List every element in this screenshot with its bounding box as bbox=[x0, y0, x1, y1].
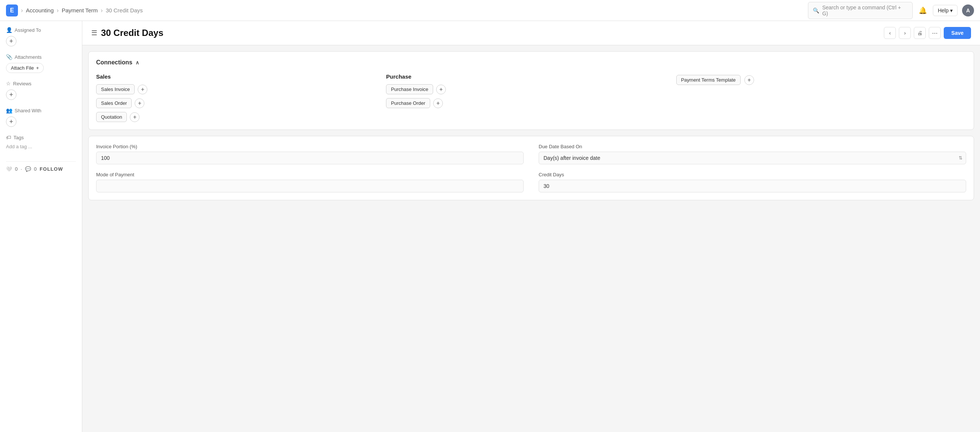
connections-header: Connections ∧ bbox=[96, 59, 966, 66]
follow-button[interactable]: FOLLOW bbox=[40, 166, 63, 172]
invoice-portion-input[interactable] bbox=[96, 151, 523, 164]
sidebar-reviews-section: ☆ Reviews + bbox=[6, 80, 76, 100]
payment-terms-template-tag[interactable]: Payment Terms Template bbox=[676, 75, 741, 85]
sales-invoice-add-button[interactable]: + bbox=[138, 84, 147, 94]
reviews-label-row: ☆ Reviews bbox=[6, 80, 76, 86]
sidebar-attachments-section: 📎 Attachments Attach File + bbox=[6, 54, 76, 73]
credit-days-input[interactable] bbox=[539, 180, 966, 193]
credit-days-group: Credit Days bbox=[539, 172, 966, 193]
attachments-label: Attachments bbox=[14, 54, 41, 60]
due-date-select[interactable]: Day(s) after invoice date Day(s) after t… bbox=[539, 151, 966, 164]
breadcrumb-accounting[interactable]: Accounting bbox=[26, 7, 54, 13]
purchase-order-add-button[interactable]: + bbox=[433, 99, 443, 108]
quotation-tag[interactable]: Quotation bbox=[96, 112, 127, 122]
sales-title: Sales bbox=[96, 73, 386, 80]
attach-file-label: Attach File bbox=[11, 65, 33, 71]
app-logo[interactable]: E bbox=[6, 5, 18, 16]
tags-label-row: 🏷 Tags bbox=[6, 134, 76, 140]
like-comment-row: 🤍 0 · 💬 0 FOLLOW bbox=[6, 166, 76, 172]
search-box[interactable]: 🔍 Search or type a command (Ctrl + G) bbox=[808, 2, 913, 19]
sidebar-tags-section: 🏷 Tags Add a tag ... bbox=[6, 134, 76, 149]
tags-label: Tags bbox=[13, 135, 24, 140]
dot-separator: · bbox=[21, 166, 22, 172]
help-button[interactable]: Help ▾ bbox=[933, 5, 958, 16]
chevron-up-icon[interactable]: ∧ bbox=[135, 59, 139, 65]
connections-card: Connections ∧ Sales Sales Invoice + bbox=[88, 51, 974, 130]
invoice-portion-group: Invoice Portion (%) bbox=[96, 144, 523, 164]
purchase-order-row: Purchase Order + bbox=[386, 98, 676, 108]
purchase-items: Purchase Invoice + Purchase Order + bbox=[386, 84, 676, 108]
paperclip-icon: 📎 bbox=[6, 54, 12, 60]
top-nav: E › Accounting › Payment Term › 30 Credi… bbox=[0, 0, 980, 21]
sales-order-tag[interactable]: Sales Order bbox=[96, 98, 132, 108]
ptt-add-button[interactable]: + bbox=[745, 75, 754, 85]
prev-button[interactable]: ‹ bbox=[884, 27, 896, 39]
reviews-add-button[interactable]: + bbox=[6, 89, 16, 100]
breadcrumb-current: 30 Credit Days bbox=[106, 7, 143, 13]
print-button[interactable]: 🖨 bbox=[914, 27, 926, 39]
mode-of-payment-label: Mode of Payment bbox=[96, 172, 523, 177]
sidebar-shared-with-section: 👥 Shared With + bbox=[6, 107, 76, 127]
purchase-invoice-add-button[interactable]: + bbox=[436, 84, 446, 94]
comments-count: 0 bbox=[34, 166, 37, 172]
mode-of-payment-group: Mode of Payment bbox=[96, 172, 523, 193]
help-label: Help bbox=[938, 8, 948, 13]
purchase-column: Purchase Purchase Invoice + Purchase Ord… bbox=[386, 73, 676, 122]
people-icon: 👥 bbox=[6, 107, 12, 113]
assigned-to-label-row: 👤 Assigned To bbox=[6, 27, 76, 33]
content-area: ☰ 30 Credit Days ‹ › 🖨 ··· Save Connecti… bbox=[82, 21, 980, 432]
add-tag-placeholder[interactable]: Add a tag ... bbox=[6, 144, 32, 149]
attachments-label-row: 📎 Attachments bbox=[6, 54, 76, 60]
main-layout: 👤 Assigned To + 📎 Attachments Attach Fil… bbox=[0, 21, 980, 432]
header-actions: ‹ › 🖨 ··· Save bbox=[884, 27, 971, 39]
nav-right: 🔍 Search or type a command (Ctrl + G) 🔔 … bbox=[808, 2, 974, 19]
connections-grid: Sales Sales Invoice + Sales Order + bbox=[96, 73, 966, 122]
shared-with-add-button[interactable]: + bbox=[6, 116, 16, 127]
save-button[interactable]: Save bbox=[944, 27, 971, 39]
likes-count: 0 bbox=[15, 166, 18, 172]
purchase-title: Purchase bbox=[386, 73, 676, 80]
breadcrumb-sep-1: › bbox=[57, 7, 59, 14]
page-header: ☰ 30 Credit Days ‹ › 🖨 ··· Save bbox=[82, 21, 980, 45]
search-icon: 🔍 bbox=[813, 8, 819, 13]
sales-column: Sales Sales Invoice + Sales Order + bbox=[96, 73, 386, 122]
due-date-label: Due Date Based On bbox=[539, 144, 966, 149]
attach-file-button[interactable]: Attach File + bbox=[6, 63, 44, 73]
hamburger-icon[interactable]: ☰ bbox=[91, 29, 97, 37]
page-title: 30 Credit Days bbox=[101, 28, 164, 38]
mode-of-payment-input[interactable] bbox=[96, 180, 523, 193]
due-date-group: Due Date Based On Day(s) after invoice d… bbox=[539, 144, 966, 164]
due-date-select-wrapper: Day(s) after invoice date Day(s) after t… bbox=[539, 151, 966, 164]
assigned-to-add-button[interactable]: + bbox=[6, 36, 16, 46]
nav-left: E › Accounting › Payment Term › 30 Credi… bbox=[6, 5, 143, 16]
sales-invoice-row: Sales Invoice + bbox=[96, 84, 386, 94]
breadcrumb-payment-term[interactable]: Payment Term bbox=[62, 7, 98, 13]
form-grid: Invoice Portion (%) Due Date Based On Da… bbox=[96, 144, 966, 193]
sales-order-add-button[interactable]: + bbox=[135, 99, 145, 108]
purchase-invoice-row: Purchase Invoice + bbox=[386, 84, 676, 94]
credit-days-label: Credit Days bbox=[539, 172, 966, 177]
shared-with-label-row: 👥 Shared With bbox=[6, 107, 76, 113]
next-button[interactable]: › bbox=[899, 27, 911, 39]
tag-icon: 🏷 bbox=[6, 134, 11, 140]
search-placeholder: Search or type a command (Ctrl + G) bbox=[822, 5, 908, 16]
more-options-button[interactable]: ··· bbox=[929, 27, 941, 39]
purchase-order-tag[interactable]: Purchase Order bbox=[386, 98, 430, 108]
page-title-row: ☰ 30 Credit Days bbox=[91, 28, 164, 38]
assigned-to-label: Assigned To bbox=[14, 27, 41, 33]
purchase-invoice-tag[interactable]: Purchase Invoice bbox=[386, 84, 433, 94]
cards-area: Connections ∧ Sales Sales Invoice + bbox=[82, 45, 980, 206]
ptt-column: Payment Terms Template + bbox=[676, 73, 966, 122]
comment-icon: 💬 bbox=[25, 166, 31, 172]
breadcrumb-sep-2: › bbox=[100, 7, 102, 14]
form-card: Invoice Portion (%) Due Date Based On Da… bbox=[88, 136, 974, 200]
breadcrumb-sep-0: › bbox=[21, 7, 23, 14]
avatar[interactable]: A bbox=[962, 5, 974, 16]
notification-bell[interactable]: 🔔 bbox=[917, 5, 928, 16]
attach-file-plus-icon: + bbox=[36, 65, 39, 71]
quotation-add-button[interactable]: + bbox=[130, 112, 140, 122]
person-icon: 👤 bbox=[6, 27, 12, 33]
sidebar: 👤 Assigned To + 📎 Attachments Attach Fil… bbox=[0, 21, 82, 432]
reviews-label: Reviews bbox=[13, 81, 32, 86]
sales-invoice-tag[interactable]: Sales Invoice bbox=[96, 84, 135, 94]
